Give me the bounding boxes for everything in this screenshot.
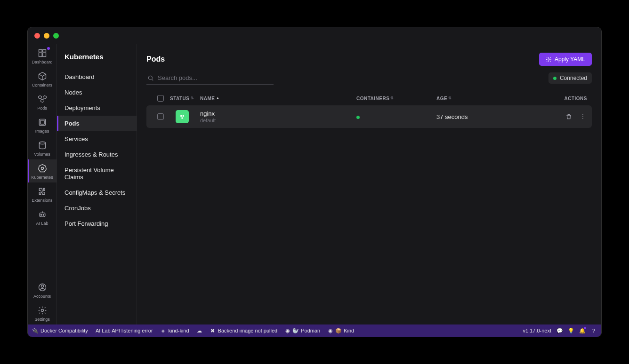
apply-yaml-button[interactable]: Apply YAML — [539, 53, 592, 66]
row-checkbox[interactable] — [157, 113, 164, 120]
volumes-icon — [37, 140, 48, 150]
notifications-button[interactable]: 🔔 — [580, 328, 585, 333]
help-button[interactable]: ? — [591, 328, 597, 333]
extensions-icon — [37, 186, 48, 197]
gear-icon — [546, 56, 552, 63]
kube-icon: ⎈ — [161, 328, 166, 333]
sb-docker-compat[interactable]: 🔌 Docker Compatibility — [32, 328, 88, 333]
sidebar-item-configmaps[interactable]: ConfigMaps & Secrets — [57, 185, 137, 200]
sidebar-item-pvc[interactable]: Persistent Volume Claims — [57, 162, 137, 185]
sub-sidebar: Kubernetes Dashboard Nodes Deployments P… — [57, 44, 137, 324]
statusbar: 🔌 Docker Compatibility AI Lab API listen… — [28, 324, 601, 337]
svg-point-8 — [41, 167, 43, 170]
sb-ai-lab-error[interactable]: AI Lab API listening error — [96, 328, 153, 333]
plug-icon: 🔌 — [32, 328, 38, 333]
search-wrap — [146, 71, 274, 85]
rail-label: Pods — [37, 106, 47, 111]
close-window-button[interactable] — [34, 33, 40, 39]
rail-label: Kubernetes — [31, 175, 53, 180]
sb-cloud[interactable]: ☁ — [197, 328, 202, 333]
pods-table: STATUS⇅ NAME▲ CONTAINERS⇅ AGE⇅ ACTIONS — [146, 91, 592, 128]
titlebar — [28, 27, 601, 44]
sb-kind-context[interactable]: ⎈ kind-kind — [161, 328, 189, 333]
rail-item-accounts[interactable]: Accounts — [28, 278, 56, 301]
svg-point-14 — [41, 309, 43, 312]
cloud-icon: ☁ — [197, 328, 202, 333]
settings-icon — [37, 305, 48, 316]
apply-yaml-label: Apply YAML — [555, 56, 585, 63]
sidebar-item-services[interactable]: Services — [57, 131, 137, 147]
minimize-window-button[interactable] — [44, 33, 49, 39]
rail-label: Images — [35, 129, 49, 134]
rail-label: Accounts — [33, 294, 51, 299]
feedback-button[interactable]: 💬 — [557, 328, 563, 333]
container-icon — [37, 71, 48, 81]
sidebar-item-portforward[interactable]: Port Forwarding — [57, 216, 137, 231]
header-name[interactable]: NAME▲ — [200, 96, 356, 101]
accounts-icon — [37, 282, 48, 293]
pod-status-icon — [176, 110, 189, 123]
error-icon: ✖ — [210, 328, 216, 333]
svg-rect-3 — [42, 53, 46, 56]
dashboard-icon — [37, 48, 48, 58]
svg-rect-2 — [39, 53, 42, 56]
rail-item-volumes[interactable]: Volumes — [28, 136, 56, 159]
sort-asc-icon: ▲ — [216, 96, 219, 100]
rail-item-kubernetes[interactable]: Kubernetes — [28, 159, 56, 182]
sort-icon: ⇅ — [390, 96, 394, 100]
rail-label: Dashboard — [32, 60, 52, 64]
sun-icon: ◉ — [285, 328, 290, 333]
rail-item-containers[interactable]: Containers — [28, 67, 56, 90]
sidebar-item-pods[interactable]: Pods — [57, 116, 137, 131]
delete-button[interactable] — [565, 113, 573, 120]
connection-status[interactable]: Connected — [548, 72, 592, 84]
sb-kind[interactable]: ◉ 📦 Kind — [328, 328, 354, 333]
table-row[interactable]: nginx default 37 seconds — [146, 105, 592, 128]
kind-icon: 📦 — [336, 328, 341, 333]
pod-name: nginx — [200, 110, 216, 117]
svg-point-13 — [41, 285, 43, 287]
rail-label: AI Lab — [36, 221, 48, 226]
rail-label: Volumes — [34, 152, 50, 157]
rail-item-images[interactable]: Images — [28, 113, 56, 136]
lightbulb-button[interactable]: 💡 — [568, 328, 574, 333]
header-status[interactable]: STATUS⇅ — [170, 96, 200, 101]
svg-point-16 — [148, 76, 152, 79]
page-title: Pods — [146, 55, 165, 63]
svg-marker-7 — [38, 165, 46, 172]
search-input[interactable] — [158, 74, 273, 81]
rail-label: Settings — [34, 317, 50, 322]
select-all-checkbox[interactable] — [157, 95, 164, 102]
search-icon — [147, 75, 154, 81]
svg-point-15 — [548, 58, 549, 60]
rail-item-extensions[interactable]: Extensions — [28, 182, 56, 206]
sidebar-item-dashboard[interactable]: Dashboard — [57, 69, 137, 85]
svg-point-18 — [582, 116, 583, 117]
header-containers[interactable]: CONTAINERS⇅ — [356, 96, 436, 101]
sort-icon: ⇅ — [448, 96, 452, 100]
rail-item-settings[interactable]: Settings — [28, 301, 56, 324]
pods-icon — [37, 94, 48, 104]
pod-namespace: default — [200, 118, 216, 123]
version-label: v1.17.0-next — [523, 328, 551, 333]
sb-podman[interactable]: ◉ 🦭 Podman — [285, 328, 320, 333]
more-button[interactable] — [580, 113, 587, 120]
sidebar-item-ingresses[interactable]: Ingresses & Routes — [57, 147, 137, 162]
status-dot-icon — [553, 77, 556, 80]
sun-icon: ◉ — [328, 328, 333, 333]
maximize-window-button[interactable] — [53, 33, 59, 39]
sidebar-item-deployments[interactable]: Deployments — [57, 100, 137, 116]
rail-item-pods[interactable]: Pods — [28, 90, 56, 113]
sort-icon: ⇅ — [191, 96, 194, 100]
connection-label: Connected — [560, 75, 587, 81]
rail-item-ai-lab[interactable]: AI Lab — [28, 206, 56, 229]
rail-label: Containers — [32, 83, 53, 87]
header-age[interactable]: AGE⇅ — [436, 96, 549, 101]
sidebar-item-cronjobs[interactable]: CronJobs — [57, 200, 137, 216]
app-window: Dashboard Containers Pods — [27, 27, 602, 337]
svg-rect-5 — [40, 120, 44, 124]
sidebar-item-nodes[interactable]: Nodes — [57, 85, 137, 100]
sb-backend-error[interactable]: ✖ Backend image not pulled — [210, 328, 278, 333]
kubernetes-icon — [37, 163, 48, 174]
rail-item-dashboard[interactable]: Dashboard — [28, 44, 56, 67]
